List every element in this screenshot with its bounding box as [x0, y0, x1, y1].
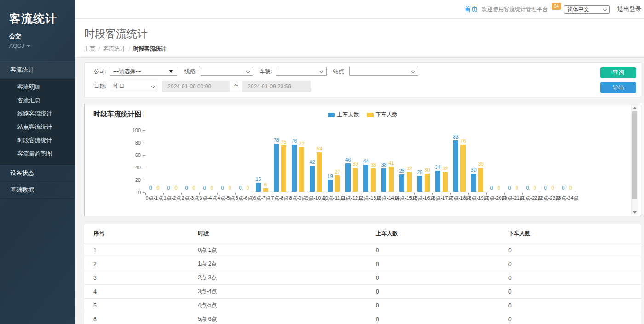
- dropdown-arrow-icon: [169, 70, 173, 73]
- bar-value-label: 27: [332, 169, 344, 174]
- chart-title: 时段车流统计图: [93, 110, 142, 119]
- filter-panel: 公司: ---请选择--- 线路: 车辆: 站点:: [84, 62, 641, 97]
- bar-下车人数-15[interactable]: [425, 174, 430, 192]
- org-code-dropdown[interactable]: AQGJ: [0, 40, 75, 49]
- table-row: 65点-6点00: [84, 312, 641, 324]
- bar-value-label: 0: [242, 185, 254, 191]
- scrollbar-thumb[interactable]: [632, 111, 637, 199]
- table-cell-2-1: 2点-3点: [198, 271, 376, 285]
- table-cell-3-3: 0: [508, 285, 641, 299]
- bar-下车人数-14[interactable]: [407, 172, 412, 192]
- bar-下车人数-10[interactable]: [335, 175, 340, 192]
- date-range-select[interactable]: 昨日: [110, 81, 158, 92]
- topbar: 首页 欢迎使用客流统计管理平台 34 简体中文 退出登录: [75, 0, 644, 19]
- sidebar-subitem-2[interactable]: 线路客流统计: [0, 107, 75, 121]
- bar-value-label: 76: [457, 138, 469, 144]
- bar-下车人数-8[interactable]: [299, 147, 304, 192]
- breadcrumb: 主页/客流统计/时段客流统计: [84, 45, 644, 53]
- breadcrumb-separator: /: [98, 46, 100, 52]
- bar-value-label: 30: [468, 167, 480, 173]
- scroll-up-arrow-icon[interactable]: [632, 104, 638, 111]
- company-label: 公司:: [94, 68, 106, 75]
- vertical-scrollbar[interactable]: [631, 104, 638, 215]
- bar-上车人数-10[interactable]: [328, 180, 333, 192]
- bar-上车人数-12[interactable]: [363, 165, 368, 192]
- search-button[interactable]: 查询: [600, 67, 636, 78]
- table-panel: 序号时段上车人数下车人数 10点-1点0021点-2点0032点-3点0043点…: [84, 224, 641, 324]
- chevron-down-icon: [246, 69, 249, 73]
- sidebar-subitem-0[interactable]: 客流明细: [0, 81, 75, 94]
- bar-上车人数-8[interactable]: [292, 145, 297, 192]
- bar-下车人数-6[interactable]: [263, 188, 268, 192]
- chevron-down-icon: [603, 7, 607, 11]
- company-select[interactable]: ---请选择---: [110, 67, 177, 76]
- station-select[interactable]: [349, 67, 418, 76]
- table-cell-0-3: 0: [508, 243, 641, 257]
- sidebar-item-2[interactable]: 基础数据: [0, 182, 75, 199]
- bar-下车人数-13[interactable]: [389, 167, 394, 192]
- sidebar-subitem-3[interactable]: 站点客流统计: [0, 121, 75, 134]
- app-logo: 客流统计: [0, 0, 75, 26]
- table-cell-2-2: 0: [376, 271, 508, 285]
- sidebar-subitem-5[interactable]: 客流量趋势图: [0, 147, 75, 161]
- bar-上车人数-7[interactable]: [274, 144, 279, 192]
- scroll-down-arrow-icon[interactable]: [632, 209, 638, 215]
- sidebar-subitem-1[interactable]: 客流汇总: [0, 94, 75, 107]
- bar-上车人数-11[interactable]: [345, 163, 351, 192]
- date-from-input[interactable]: 2024-01-09 00:00: [162, 81, 230, 92]
- breadcrumb-item-0[interactable]: 主页: [84, 45, 95, 53]
- y-axis-label: 100: [123, 127, 141, 133]
- legend-item-1[interactable]: 下车人数: [367, 111, 398, 119]
- legend-item-0[interactable]: 上车人数: [328, 111, 359, 119]
- notification-badge[interactable]: 34: [552, 3, 561, 10]
- bar-上车人数-9[interactable]: [310, 166, 315, 192]
- bar-上车人数-14[interactable]: [399, 174, 404, 192]
- vehicle-label: 车辆:: [260, 68, 272, 75]
- vehicle-select[interactable]: [276, 67, 327, 76]
- station-label: 站点:: [333, 68, 345, 75]
- bar-下车人数-17[interactable]: [460, 145, 466, 192]
- bar-上车人数-15[interactable]: [417, 176, 422, 192]
- sidebar-menu: 客流统计客流明细客流汇总线路客流统计站点客流统计时段客流统计客流量趋势图设备状态…: [0, 61, 75, 199]
- table-row: 10点-1点00: [84, 243, 641, 257]
- sidebar-item-1[interactable]: 设备状态: [0, 165, 75, 182]
- legend-label: 上车人数: [337, 111, 359, 119]
- bar-下车人数-11[interactable]: [353, 168, 358, 192]
- sidebar-item-0[interactable]: 客流统计: [0, 61, 75, 79]
- bar-上车人数-17[interactable]: [453, 140, 458, 192]
- org-code-label: AQGJ: [9, 43, 24, 49]
- filter-row-1: 公司: ---请选择--- 线路: 车辆: 站点:: [94, 67, 641, 76]
- y-axis-tick: [143, 180, 145, 180]
- logout-link[interactable]: 退出登录: [617, 5, 641, 13]
- bar-value-label: 42: [306, 159, 318, 165]
- table-body: 10点-1点0021点-2点0032点-3点0043点-4点0054点-5点00…: [84, 243, 641, 324]
- table-cell-0-2: 0: [376, 243, 508, 257]
- table-cell-5-2: 0: [376, 312, 508, 324]
- bar-上车人数-18[interactable]: [471, 174, 476, 192]
- language-select[interactable]: 简体中文: [564, 5, 610, 14]
- bar-上车人数-16[interactable]: [435, 171, 440, 192]
- y-axis-label: 40: [123, 165, 141, 170]
- date-to-input[interactable]: 2024-01-09 23:59: [242, 81, 311, 92]
- bar-下车人数-7[interactable]: [281, 145, 286, 192]
- bar-下车人数-16[interactable]: [443, 172, 448, 192]
- legend-swatch-icon: [328, 113, 335, 117]
- bar-chart: 020406080100000点-1点001点-2点002点-3点003点-4点…: [145, 130, 576, 192]
- sidebar-subitem-4[interactable]: 时段客流统计: [0, 134, 75, 147]
- bar-上车人数-13[interactable]: [381, 168, 386, 192]
- export-button[interactable]: 导出: [600, 82, 636, 93]
- home-link[interactable]: 首页: [464, 5, 478, 14]
- breadcrumb-item-1[interactable]: 客流统计: [103, 45, 125, 53]
- bar-下车人数-9[interactable]: [317, 152, 322, 192]
- legend-swatch-icon: [367, 113, 374, 117]
- line-select[interactable]: [201, 67, 253, 76]
- table-cell-2-0: 3: [84, 271, 198, 285]
- welcome-text: 欢迎使用客流统计管理平台: [482, 6, 548, 13]
- legend-label: 下车人数: [376, 111, 398, 119]
- table-row: 21点-2点00: [84, 257, 641, 271]
- chart-legend: 上车人数下车人数: [328, 111, 398, 119]
- bar-value-label: 64: [314, 146, 326, 151]
- date-to-separator: 至: [230, 81, 242, 92]
- bar-下车人数-12[interactable]: [371, 168, 376, 192]
- bar-下车人数-18[interactable]: [478, 168, 483, 192]
